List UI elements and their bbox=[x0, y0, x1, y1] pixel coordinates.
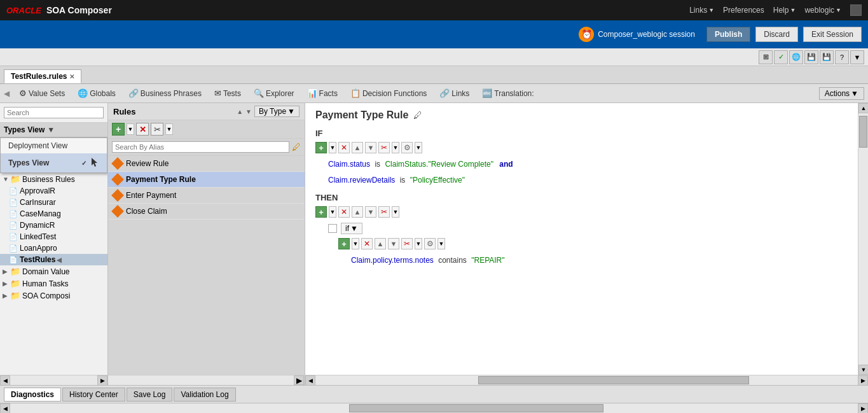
if-add-condition-dropdown[interactable]: ▼ bbox=[329, 142, 336, 153]
tree-item-loanappro[interactable]: 📄 LoanAppro bbox=[0, 242, 107, 254]
horiz-scroll-left-arrow[interactable]: ◀ bbox=[305, 375, 315, 386]
search-alias-button[interactable]: 🖊 bbox=[292, 142, 301, 152]
nested-cut-btn[interactable]: ✂ bbox=[401, 238, 413, 249]
nav-tab-links[interactable]: 🔗 Links bbox=[434, 86, 475, 101]
preferences-nav[interactable]: Preferences bbox=[723, 6, 764, 15]
bottom-tab-diagnostics[interactable]: Diagnostics bbox=[4, 388, 61, 402]
nav-tabs-scroll-left[interactable]: ◀ bbox=[4, 89, 10, 98]
rule-item-review-rule[interactable]: Review Rule bbox=[108, 156, 305, 172]
sidebar-scroll-right-arrow[interactable]: ▶ bbox=[97, 375, 107, 386]
tree-item-approvalr[interactable]: 📄 ApprovalR bbox=[0, 185, 107, 197]
then-add-dropdown[interactable]: ▼ bbox=[329, 206, 336, 218]
if-dropdown-btn[interactable]: if ▼ bbox=[341, 223, 362, 234]
nested-gear-btn[interactable]: ⚙ bbox=[424, 238, 436, 249]
tree-item-dynamicr[interactable]: 📄 DynamicR bbox=[0, 220, 107, 231]
nested-delete-btn[interactable]: ✕ bbox=[361, 238, 373, 249]
tab-close-icon[interactable]: ✕ bbox=[69, 73, 74, 80]
save-icon-btn[interactable]: 💾 bbox=[804, 50, 818, 64]
nav-tab-translation[interactable]: 🔤 Translation: bbox=[476, 86, 539, 101]
search-input[interactable] bbox=[4, 107, 104, 118]
tree-item-testrules[interactable]: 📄 TestRules ◀ bbox=[0, 254, 107, 265]
tree-item-carinsurar[interactable]: 📄 CarInsurar bbox=[0, 197, 107, 208]
nav-tab-globals[interactable]: 🌐 Globals bbox=[72, 86, 121, 101]
tree-item-soa-composi[interactable]: ▶ 📁 SOA Composi bbox=[0, 290, 107, 302]
bottom-tab-history-center[interactable]: History Center bbox=[62, 388, 125, 402]
add-rule-dropdown[interactable]: ▼ bbox=[127, 123, 134, 135]
nested-gear-dropdown[interactable]: ▼ bbox=[437, 238, 445, 249]
tree-item-business-rules[interactable]: ▼ 📁 Business Rules bbox=[0, 173, 107, 185]
then-add-btn[interactable]: + bbox=[315, 206, 327, 218]
help-icon-btn[interactable]: ? bbox=[835, 50, 849, 64]
bottom-scroll-thumb[interactable] bbox=[349, 404, 603, 412]
rule-edit-icon[interactable]: 🖊 bbox=[413, 110, 422, 120]
rule-item-enter-payment[interactable]: Enter Payment bbox=[108, 188, 305, 204]
if-gear-btn[interactable]: ⚙ bbox=[401, 142, 413, 153]
vert-scroll-down-arrow[interactable]: ▼ bbox=[858, 365, 868, 375]
sort-down-icon[interactable]: ▼ bbox=[245, 108, 252, 115]
if-checkbox[interactable] bbox=[328, 224, 337, 233]
if-gear-dropdown[interactable]: ▼ bbox=[415, 142, 422, 153]
nav-tab-tests[interactable]: ✉ Tests bbox=[209, 86, 247, 101]
then-delete-btn[interactable]: ✕ bbox=[338, 206, 350, 218]
types-view-option[interactable]: Types View ✓ bbox=[1, 153, 107, 172]
nav-tab-business-phrases[interactable]: 🔗 Business Phrases bbox=[123, 86, 207, 101]
tree-item-domain-value[interactable]: ▶ 📁 Domain Value bbox=[0, 265, 107, 277]
actions-button[interactable]: Actions ▼ bbox=[819, 87, 864, 100]
if-down-btn[interactable]: ▼ bbox=[365, 142, 376, 153]
rules-scroll-right-arrow[interactable]: ▶ bbox=[294, 375, 304, 385]
nav-tab-value-sets[interactable]: ⚙ Value Sets bbox=[13, 86, 71, 101]
cut-rule-button[interactable]: ✂ bbox=[151, 123, 163, 136]
if-delete-condition-btn[interactable]: ✕ bbox=[338, 142, 350, 153]
nested-up-btn[interactable]: ▲ bbox=[375, 238, 386, 249]
if-up-btn[interactable]: ▲ bbox=[352, 142, 363, 153]
if-cut-dropdown[interactable]: ▼ bbox=[392, 142, 399, 153]
save2-icon-btn[interactable]: 💾 bbox=[820, 50, 834, 64]
check-icon-btn[interactable]: ✓ bbox=[774, 50, 788, 64]
then-up-btn[interactable]: ▲ bbox=[352, 206, 363, 218]
user-nav[interactable]: weblogic ▼ bbox=[804, 6, 841, 15]
rule-item-close-claim[interactable]: Close Claim bbox=[108, 204, 305, 220]
grid-icon-btn[interactable]: ⊞ bbox=[759, 50, 773, 64]
vert-scroll-thumb[interactable] bbox=[859, 116, 867, 148]
nav-tab-explorer[interactable]: 🔍 Explorer bbox=[248, 86, 300, 101]
horiz-scroll-right-arrow[interactable]: ▶ bbox=[858, 375, 868, 386]
tree-item-linkedtest[interactable]: 📄 LinkedTest bbox=[0, 231, 107, 242]
add-rule-button[interactable]: + bbox=[112, 123, 125, 136]
sidebar-scroll-left-arrow[interactable]: ◀ bbox=[0, 375, 10, 386]
then-cond-value[interactable]: "REPAIR" bbox=[471, 256, 504, 265]
bottom-tab-validation-log[interactable]: Validation Log bbox=[174, 388, 235, 402]
tree-item-human-tasks[interactable]: ▶ 📁 Human Tasks bbox=[0, 277, 107, 290]
nested-add-dropdown[interactable]: ▼ bbox=[352, 238, 359, 249]
if-cut-btn[interactable]: ✂ bbox=[378, 142, 390, 153]
nested-add-btn[interactable]: + bbox=[338, 238, 350, 249]
search-alias-input[interactable] bbox=[112, 141, 289, 153]
bottom-scroll-left-arrow[interactable]: ◀ bbox=[0, 403, 10, 414]
then-down-btn[interactable]: ▼ bbox=[365, 206, 376, 218]
tree-item-casemanag[interactable]: 📄 CaseManag bbox=[0, 208, 107, 220]
nested-cut-dropdown[interactable]: ▼ bbox=[415, 238, 422, 249]
globe-icon-btn[interactable]: 🌐 bbox=[789, 50, 803, 64]
rule-item-payment-type-rule[interactable]: Payment Type Rule bbox=[108, 172, 305, 188]
bottom-tab-save-log[interactable]: Save Log bbox=[127, 388, 173, 402]
file-tab[interactable]: TestRules.rules ✕ bbox=[4, 69, 81, 83]
power-icon[interactable] bbox=[850, 4, 862, 16]
cond-field-2[interactable]: Claim.reviewDetails bbox=[328, 176, 395, 185]
deployment-view-option[interactable]: Deployment View bbox=[1, 138, 107, 153]
then-cut-btn[interactable]: ✂ bbox=[378, 206, 390, 218]
then-cond-field[interactable]: Claim.policy.terms.notes bbox=[351, 256, 434, 265]
cond-value-2[interactable]: "PolicyEffective" bbox=[410, 176, 465, 185]
help-nav[interactable]: Help ▼ bbox=[773, 6, 796, 15]
discard-button[interactable]: Discard bbox=[755, 27, 798, 42]
types-view-dropdown-btn[interactable]: ▼ bbox=[47, 125, 55, 134]
cut-rule-dropdown[interactable]: ▼ bbox=[165, 123, 173, 135]
publish-button[interactable]: Publish bbox=[706, 27, 750, 42]
nav-tab-decision-functions[interactable]: 📋 Decision Functions bbox=[345, 86, 432, 101]
exit-session-button[interactable]: Exit Session bbox=[803, 27, 862, 42]
bottom-scroll-right-arrow[interactable]: ▶ bbox=[858, 403, 868, 414]
by-type-button[interactable]: By Type ▼ bbox=[254, 106, 300, 117]
then-cut-dropdown[interactable]: ▼ bbox=[392, 206, 399, 218]
nested-down-btn[interactable]: ▼ bbox=[388, 238, 399, 249]
cond-value-1[interactable]: ClaimStatus."Review Complete" bbox=[385, 160, 493, 169]
nav-tab-facts[interactable]: 📊 Facts bbox=[301, 86, 343, 101]
cond-field-1[interactable]: Claim.status bbox=[328, 160, 370, 169]
